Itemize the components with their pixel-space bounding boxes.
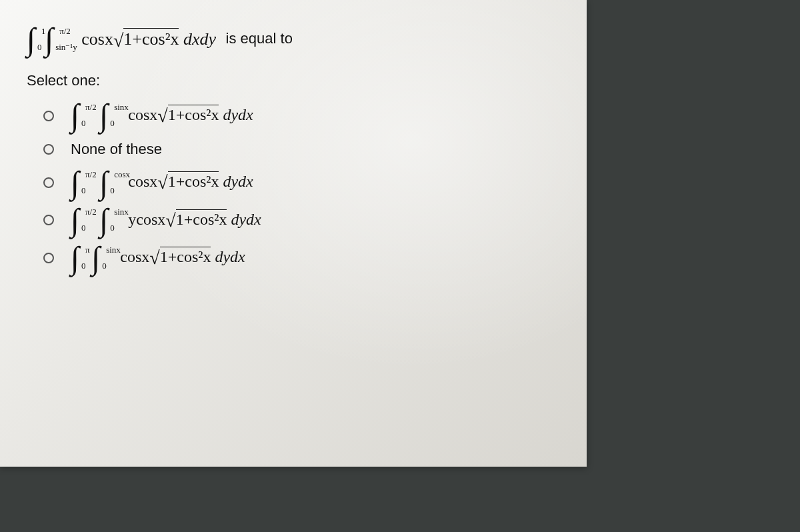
integral-inner: ∫ sinx 0 bbox=[99, 207, 108, 233]
question-card: ∫ 1 0 ∫ π/2 sin⁻¹y cosx√1+cos²x dxdy is … bbox=[0, 0, 587, 467]
option-d[interactable]: ∫ π/2 0 ∫ sinx 0 ycosx√1+cos²x dydx bbox=[43, 207, 567, 233]
integral-outer: ∫ π/2 0 bbox=[71, 170, 79, 195]
differentials: dxdy bbox=[183, 29, 216, 49]
option-c-content: ∫ π/2 0 ∫ cosx 0 cosx√1+cos²x dydx bbox=[71, 170, 253, 195]
integral-inner: ∫ π/2 sin⁻¹y bbox=[45, 27, 53, 52]
option-e[interactable]: ∫ π 0 ∫ sinx 0 cosx√1+cos²x dydx bbox=[43, 245, 567, 271]
radio-icon[interactable] bbox=[43, 111, 54, 121]
radio-icon[interactable] bbox=[43, 253, 54, 263]
integrand: cosx√1+cos²x dxdy bbox=[81, 28, 216, 51]
option-d-content: ∫ π/2 0 ∫ sinx 0 ycosx√1+cos²x dydx bbox=[71, 207, 261, 233]
integrand-prefix: cosx bbox=[81, 29, 113, 49]
option-c[interactable]: ∫ π/2 0 ∫ cosx 0 cosx√1+cos²x dydx bbox=[43, 170, 567, 195]
inner-lower: sin⁻¹y bbox=[55, 44, 77, 51]
double-integral: ∫ 1 0 ∫ π/2 sin⁻¹y cosx√1+cos²x dxdy bbox=[27, 27, 216, 52]
select-one-prompt: Select one: bbox=[27, 72, 567, 89]
integral-outer: ∫ π/2 0 bbox=[71, 103, 79, 128]
option-b-text: None of these bbox=[71, 141, 162, 158]
integral-inner: ∫ cosx 0 bbox=[99, 170, 108, 195]
inner-upper: π/2 bbox=[59, 28, 71, 35]
question-stem: ∫ 1 0 ∫ π/2 sin⁻¹y cosx√1+cos²x dxdy is … bbox=[27, 27, 567, 52]
radio-icon[interactable] bbox=[43, 144, 54, 155]
sqrt: √1+cos²x bbox=[113, 28, 179, 51]
radio-icon[interactable] bbox=[43, 215, 54, 225]
integral-outer: ∫ π 0 bbox=[71, 245, 79, 271]
sqrt-content: 1+cos²x bbox=[123, 28, 179, 49]
question-tail: is equal to bbox=[226, 30, 293, 47]
integral-outer: ∫ π/2 0 bbox=[71, 207, 79, 233]
outer-lower: 0 bbox=[37, 44, 42, 51]
radio-icon[interactable] bbox=[43, 177, 54, 188]
option-b[interactable]: None of these bbox=[43, 141, 567, 158]
integral-inner: ∫ sinx 0 bbox=[91, 245, 100, 271]
option-a-content: ∫ π/2 0 ∫ sinx 0 cosx√1+cos²x dydx bbox=[71, 103, 253, 128]
option-e-content: ∫ π 0 ∫ sinx 0 cosx√1+cos²x dydx bbox=[71, 245, 245, 271]
option-a[interactable]: ∫ π/2 0 ∫ sinx 0 cosx√1+cos²x dydx bbox=[43, 103, 567, 128]
integral-inner: ∫ sinx 0 bbox=[99, 103, 108, 128]
integral-outer: ∫ 1 0 bbox=[27, 27, 35, 52]
